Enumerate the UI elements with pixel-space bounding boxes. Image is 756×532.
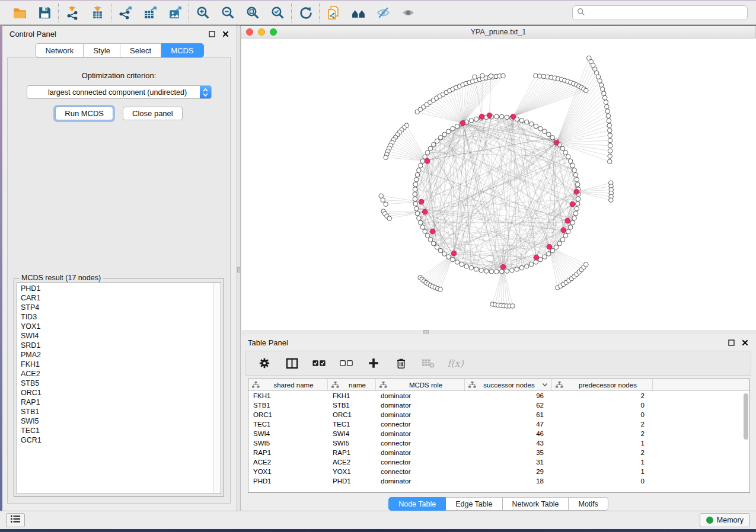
table-row[interactable]: TEC1TEC1connector472 — [248, 419, 749, 429]
mcds-result-item[interactable]: SWI5 — [21, 416, 221, 426]
mcds-node[interactable] — [500, 264, 506, 270]
mcds-node[interactable] — [425, 158, 430, 164]
hide-selected-icon[interactable] — [375, 5, 391, 21]
tab-style[interactable]: Style — [84, 43, 120, 57]
menu-button[interactable] — [6, 513, 25, 527]
mcds-node[interactable] — [554, 140, 559, 145]
tab-network-table[interactable]: Network Table — [503, 497, 569, 511]
float-panel-icon[interactable] — [208, 30, 216, 38]
select-all-icon[interactable] — [312, 357, 326, 370]
table-row[interactable]: YOX1YOX1connector291 — [248, 467, 749, 476]
close-panel-button[interactable]: Close panel — [123, 107, 183, 120]
table-row[interactable]: ORC1ORC1dominator610 — [248, 410, 749, 419]
close-panel-icon[interactable] — [741, 339, 749, 347]
table-scrollbar[interactable] — [743, 392, 748, 491]
result-list-scrollbar[interactable] — [213, 283, 221, 493]
mcds-result-item[interactable]: SRD1 — [21, 341, 221, 350]
network-titlebar[interactable]: YPA_prune.txt_1 — [241, 25, 756, 39]
criterion-dropdown[interactable]: largest connected component (undirected) — [27, 85, 212, 99]
delete-entry-icon[interactable] — [394, 357, 407, 370]
mcds-result-item[interactable]: SWI4 — [21, 331, 221, 341]
mcds-result-item[interactable]: STB1 — [21, 407, 221, 416]
float-panel-icon[interactable] — [728, 339, 735, 347]
export-network-icon[interactable] — [117, 5, 133, 21]
import-network-icon[interactable] — [65, 5, 80, 21]
search-field[interactable] — [572, 5, 748, 20]
table-row[interactable]: SWI5SWI5connector431 — [248, 438, 749, 448]
export-table-icon[interactable] — [142, 5, 158, 21]
column-header-successor-nodes[interactable]: successor nodes — [465, 379, 552, 390]
tab-select[interactable]: Select — [120, 43, 161, 57]
table-row[interactable]: FKH1FKH1dominator962 — [248, 391, 749, 400]
mcds-node[interactable] — [574, 189, 579, 194]
zoom-out-icon[interactable] — [220, 5, 235, 21]
mcds-result-item[interactable]: GCR1 — [21, 435, 221, 445]
export-image-icon[interactable] — [167, 5, 183, 21]
mcds-node[interactable] — [419, 199, 424, 204]
mcds-node[interactable] — [565, 218, 570, 223]
table-row[interactable]: PHD1PHD1dominator180 — [248, 476, 749, 486]
mcds-result-list[interactable]: PHD1CAR1STP4TID3YOX1SWI4SRD1PMA2FKH1ACE2… — [17, 282, 221, 494]
mcds-node[interactable] — [547, 244, 552, 249]
run-mcds-button[interactable]: Run MCDS — [55, 107, 113, 120]
column-header-shared-name[interactable]: shared name — [248, 379, 328, 390]
save-session-icon[interactable] — [37, 5, 52, 21]
table-row[interactable]: SWI4SWI4dominator462 — [248, 429, 749, 438]
zoom-selected-icon[interactable] — [270, 5, 285, 21]
mcds-result-item[interactable]: ORC1 — [21, 388, 221, 398]
mcds-result-item[interactable]: ACE2 — [21, 369, 221, 379]
splitter-grip[interactable] — [423, 330, 429, 334]
show-all-icon[interactable] — [400, 5, 416, 21]
mcds-node[interactable] — [451, 251, 457, 256]
mcds-node[interactable] — [561, 227, 566, 233]
mcds-node[interactable] — [479, 114, 484, 119]
settings-icon[interactable] — [258, 357, 271, 370]
refresh-layout-icon[interactable] — [298, 5, 313, 21]
tab-network[interactable]: Network — [35, 43, 84, 57]
mcds-node[interactable] — [487, 113, 492, 118]
import-table-icon[interactable] — [90, 5, 105, 21]
table-scrollbar-thumb[interactable] — [744, 393, 748, 440]
deselect-all-icon[interactable] — [340, 357, 353, 370]
open-file-icon[interactable] — [12, 5, 27, 21]
splitter-grip[interactable] — [237, 267, 240, 273]
column-header-MCDS-role[interactable]: MCDS role — [376, 379, 465, 390]
mcds-node[interactable] — [511, 114, 516, 119]
memory-button[interactable]: Memory — [700, 513, 750, 527]
tab-motifs[interactable]: Motifs — [569, 497, 608, 511]
mcds-result-item[interactable]: PHD1 — [21, 284, 221, 293]
add-entry-icon[interactable] — [367, 357, 380, 370]
mcds-node[interactable] — [460, 120, 465, 126]
mcds-node[interactable] — [430, 229, 435, 234]
mcds-result-item[interactable]: RAP1 — [21, 398, 221, 407]
first-neighbors-icon[interactable] — [350, 5, 366, 21]
mcds-result-item[interactable]: FKH1 — [21, 360, 221, 369]
tab-edge-table[interactable]: Edge Table — [446, 497, 502, 511]
show-columns-icon[interactable] — [285, 357, 298, 370]
mcds-node[interactable] — [570, 201, 575, 207]
zoom-in-icon[interactable] — [195, 5, 210, 21]
table-row[interactable]: ACE2ACE2connector311 — [248, 457, 749, 467]
mcds-result-item[interactable]: STP4 — [21, 303, 221, 312]
mcds-result-item[interactable]: TEC1 — [21, 426, 221, 435]
zoom-fit-icon[interactable] — [245, 5, 260, 21]
mcds-result-item[interactable]: CAR1 — [21, 293, 221, 303]
column-header-name[interactable]: name — [328, 379, 376, 390]
network-canvas[interactable] — [241, 39, 756, 330]
mcds-node[interactable] — [422, 209, 428, 214]
tab-mcds[interactable]: MCDS — [161, 43, 203, 57]
search-input[interactable] — [585, 9, 743, 17]
vertical-splitter[interactable] — [237, 25, 241, 511]
mcds-result-item[interactable]: PMA2 — [21, 350, 221, 360]
column-header-predecessor-nodes[interactable]: predecessor nodes — [552, 379, 653, 390]
table-row[interactable]: STB1STB1dominator620 — [248, 400, 749, 410]
horizontal-splitter[interactable] — [241, 330, 756, 335]
node-table[interactable]: shared namenameMCDS rolesuccessor nodesp… — [248, 379, 750, 493]
mcds-result-item[interactable]: YOX1 — [21, 322, 221, 331]
close-panel-icon[interactable] — [222, 30, 229, 38]
mcds-result-item[interactable]: STB5 — [21, 379, 221, 388]
table-row[interactable]: RAP1RAP1dominator352 — [248, 448, 749, 457]
tab-node-table[interactable]: Node Table — [388, 497, 446, 511]
mcds-node[interactable] — [534, 255, 539, 260]
mcds-result-item[interactable]: TID3 — [21, 312, 221, 322]
